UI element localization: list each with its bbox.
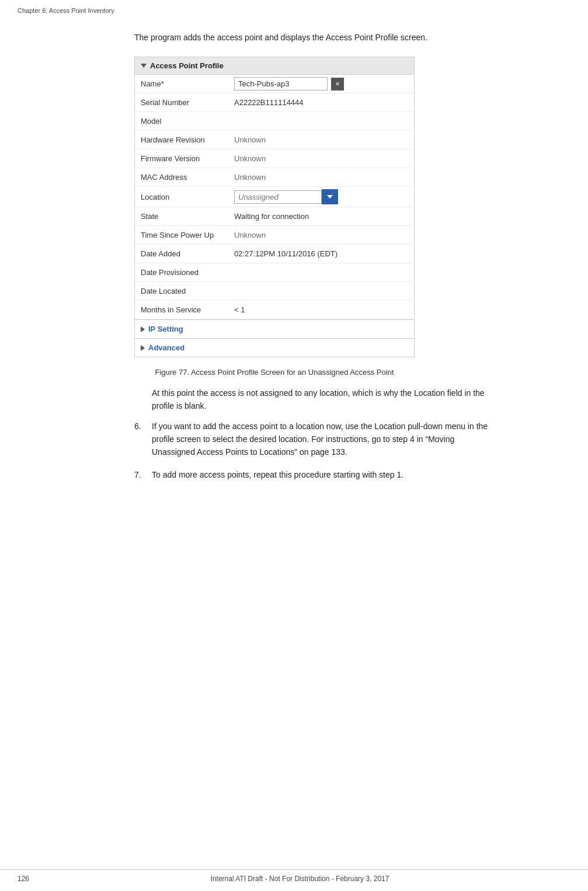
figure-caption: Figure 77. Access Point Profile Screen f… [134, 368, 415, 377]
label-name: Name* [141, 79, 234, 88]
page-content: The program adds the access point and di… [0, 14, 588, 510]
ip-setting-section[interactable]: IP Setting [135, 319, 414, 338]
ap-profile-body: Name* × Serial Number A22222B111114444 M… [135, 75, 414, 357]
body-paragraph: At this point the access is not assigned… [134, 387, 496, 412]
ap-profile-panel: Access Point Profile Name* × Serial Numb… [134, 57, 415, 357]
profile-row-months-service: Months in Service < 1 [135, 301, 414, 319]
ap-profile-title: Access Point Profile [150, 61, 224, 70]
label-firmware: Firmware Version [141, 154, 234, 163]
value-firmware: Unknown [234, 154, 408, 163]
value-state: Waiting for connection [234, 212, 408, 221]
profile-row-model: Model [135, 112, 414, 131]
list-num-6: 6. [134, 420, 146, 458]
name-input[interactable] [234, 77, 328, 91]
list-num-7: 7. [134, 469, 146, 482]
clear-name-button[interactable]: × [331, 78, 344, 91]
profile-row-hw-revision: Hardware Revision Unknown [135, 131, 414, 149]
intro-paragraph: The program adds the access point and di… [134, 32, 496, 44]
chevron-down-icon [327, 195, 333, 199]
list-item-7: 7. To add more access points, repeat thi… [134, 469, 496, 482]
label-date-added: Date Added [141, 249, 234, 258]
numbered-list: 6. If you want to add the access point t… [134, 420, 496, 482]
profile-row-location: Location [135, 187, 414, 207]
location-input[interactable] [234, 190, 322, 204]
value-date-added: 02:27:12PM 10/11/2016 (EDT) [234, 249, 408, 258]
value-mac: Unknown [234, 173, 408, 182]
value-time-power-up: Unknown [234, 231, 408, 239]
profile-row-name: Name* × [135, 75, 414, 93]
ip-setting-label: IP Setting [148, 325, 183, 333]
label-hw-revision: Hardware Revision [141, 135, 234, 144]
footer-center-text: Internal ATI Draft - Not For Distributio… [211, 875, 389, 883]
label-state: State [141, 212, 234, 221]
page-footer: 126 Internal ATI Draft - Not For Distrib… [0, 869, 588, 883]
label-date-located: Date Located [141, 287, 234, 295]
chapter-header: Chapter 6: Access Point Inventory [0, 0, 588, 14]
profile-row-date-provisioned: Date Provisioned [135, 263, 414, 282]
label-months-service: Months in Service [141, 305, 234, 314]
ap-profile-header[interactable]: Access Point Profile [135, 57, 414, 75]
collapse-icon [141, 64, 147, 68]
list-text-6: If you want to add the access point to a… [152, 420, 496, 458]
profile-row-state: State Waiting for connection [135, 207, 414, 226]
list-item-6: 6. If you want to add the access point t… [134, 420, 496, 458]
profile-row-mac: MAC Address Unknown [135, 168, 414, 187]
label-time-power-up: Time Since Power Up [141, 231, 234, 239]
value-months-service: < 1 [234, 305, 408, 314]
expand-icon-advanced [141, 345, 145, 351]
expand-icon-ip [141, 326, 145, 332]
location-wrapper [234, 189, 338, 204]
profile-row-time-power-up: Time Since Power Up Unknown [135, 226, 414, 245]
profile-row-date-added: Date Added 02:27:12PM 10/11/2016 (EDT) [135, 245, 414, 263]
advanced-section[interactable]: Advanced [135, 338, 414, 357]
label-mac: MAC Address [141, 173, 234, 182]
profile-row-date-located: Date Located [135, 282, 414, 301]
chapter-title: Chapter 6: Access Point Inventory [18, 7, 114, 14]
profile-row-firmware: Firmware Version Unknown [135, 149, 414, 168]
location-dropdown-button[interactable] [322, 189, 338, 204]
profile-row-serial: Serial Number A22222B111114444 [135, 93, 414, 112]
list-text-7: To add more access points, repeat this p… [152, 469, 403, 482]
name-input-wrapper: × [234, 77, 344, 91]
advanced-label: Advanced [148, 343, 185, 352]
label-model: Model [141, 117, 234, 126]
value-serial: A22222B111114444 [234, 98, 408, 107]
label-location: Location [141, 193, 234, 201]
page-number: 126 [18, 875, 29, 883]
value-hw-revision: Unknown [234, 135, 408, 144]
label-serial: Serial Number [141, 98, 234, 107]
label-date-provisioned: Date Provisioned [141, 268, 234, 277]
